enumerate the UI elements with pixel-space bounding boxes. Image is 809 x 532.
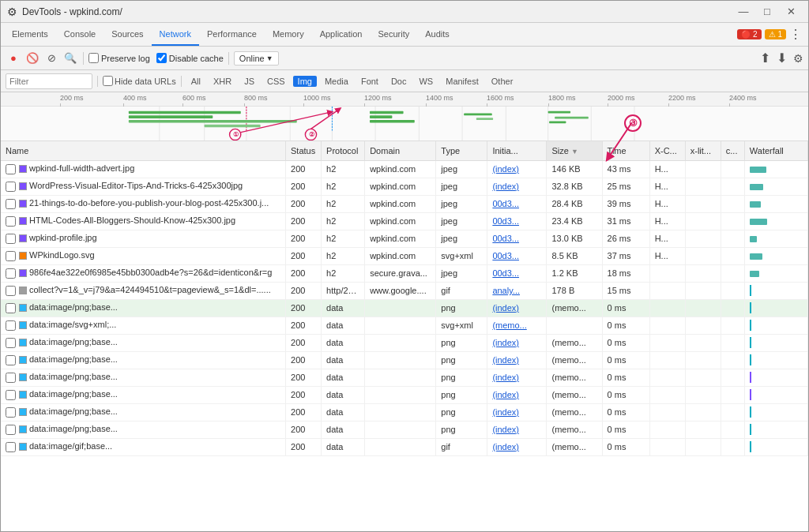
table-row[interactable]: data:image/png;base...200datapng(index)(… (1, 334, 808, 351)
col-header-c[interactable]: c... (721, 141, 744, 160)
row-checkbox[interactable] (6, 425, 16, 435)
tab-elements[interactable]: Elements (4, 23, 56, 46)
filter-xhr[interactable]: XHR (209, 76, 236, 87)
tab-network[interactable]: Network (152, 23, 199, 46)
maximize-button[interactable]: □ (756, 4, 778, 20)
col-header-xlit[interactable]: x-lit... (685, 141, 721, 160)
table-row[interactable]: data:image/png;base...200datapng(index)(… (1, 369, 808, 386)
initiator-link[interactable]: (index) (492, 338, 519, 347)
devtools-more-button[interactable]: ⋮ (789, 27, 802, 42)
col-header-initiator[interactable]: Initia... (487, 141, 547, 160)
filter-input[interactable] (6, 73, 92, 89)
tab-security[interactable]: Security (370, 23, 417, 46)
throttle-dropdown[interactable]: Online ▼ (234, 51, 279, 66)
row-checkbox[interactable] (6, 199, 16, 209)
table-row[interactable]: data:image/gif;base...200datagif(index)(… (1, 438, 808, 455)
tab-sources[interactable]: Sources (103, 23, 151, 46)
filter-manifest[interactable]: Manifest (441, 76, 484, 87)
row-checkbox[interactable] (6, 303, 16, 313)
col-header-xc[interactable]: X-C... (649, 141, 685, 160)
record-button[interactable]: ● (6, 51, 21, 66)
table-row[interactable]: data:image/png;base...200datapng(index)(… (1, 386, 808, 403)
tab-audits[interactable]: Audits (417, 23, 457, 46)
filter-img[interactable]: Img (293, 76, 317, 87)
row-checkbox[interactable] (6, 216, 16, 227)
filter-font[interactable]: Font (356, 76, 383, 87)
table-row[interactable]: data:image/png;base...200datapng(index)(… (1, 421, 808, 438)
table-row[interactable]: data:image/svg+xml;...200datasvg+xml(mem… (1, 317, 808, 334)
initiator-link[interactable]: analy... (492, 286, 520, 295)
initiator-link[interactable]: (index) (492, 373, 519, 382)
preserve-log-checkbox[interactable] (88, 53, 99, 63)
row-checkbox[interactable] (6, 442, 16, 452)
settings-button[interactable]: ⚙ (793, 52, 803, 65)
filter-doc[interactable]: Doc (386, 76, 412, 87)
initiator-link[interactable]: 00d3... (492, 216, 519, 226)
table-row[interactable]: wpkind-profile.jpg200h2wpkind.comjpeg00d… (1, 230, 808, 247)
row-checkbox[interactable] (6, 286, 16, 296)
clear-button[interactable]: 🚫 (24, 51, 40, 66)
col-header-waterfall[interactable]: Waterfall (744, 141, 807, 160)
export-button[interactable]: ⬇ (777, 51, 787, 66)
table-row[interactable]: data:image/png;base...200datapng(index)(… (1, 351, 808, 369)
col-header-size[interactable]: Size ▼ (547, 141, 602, 160)
initiator-link[interactable]: (index) (492, 355, 519, 365)
initiator-link[interactable]: 00d3... (492, 251, 519, 260)
initiator-link[interactable]: 00d3... (492, 268, 519, 278)
row-checkbox[interactable] (6, 182, 16, 192)
tab-console[interactable]: Console (56, 23, 103, 46)
col-header-protocol[interactable]: Protocol (322, 141, 365, 160)
minimize-button[interactable]: — (732, 4, 754, 20)
row-checkbox[interactable] (6, 268, 16, 279)
table-row[interactable]: 986fe4ae322e0f6985e45bb0300adb4e?s=26&d=… (1, 264, 808, 282)
tab-application[interactable]: Application (312, 23, 371, 46)
preserve-log-label[interactable]: Preserve log (88, 53, 150, 63)
row-checkbox[interactable] (6, 373, 16, 383)
col-header-name[interactable]: Name (1, 141, 286, 160)
close-button[interactable]: ✕ (780, 4, 802, 20)
table-row[interactable]: 21-things-to-do-before-you-publish-your-… (1, 195, 808, 212)
row-checkbox[interactable] (6, 320, 16, 331)
col-header-type[interactable]: Type (436, 141, 487, 160)
initiator-link[interactable]: (index) (492, 390, 519, 399)
disable-cache-checkbox[interactable] (156, 53, 167, 63)
filter-all[interactable]: All (186, 76, 205, 87)
row-checkbox[interactable] (6, 251, 16, 261)
col-header-status[interactable]: Status (286, 141, 322, 160)
initiator-link[interactable]: (index) (492, 164, 519, 174)
table-row[interactable]: data:image/png;base...200datapng(index)(… (1, 403, 808, 421)
hide-data-urls-label[interactable]: Hide data URLs (103, 76, 176, 86)
table-row[interactable]: HTML-Codes-All-Bloggers-Should-Know-425x… (1, 212, 808, 230)
import-button[interactable]: ⬆ (760, 51, 770, 66)
col-header-domain[interactable]: Domain (365, 141, 436, 160)
initiator-link[interactable]: 00d3... (492, 234, 519, 243)
initiator-link[interactable]: (index) (492, 425, 519, 434)
col-header-time[interactable]: Time (602, 141, 649, 160)
initiator-link[interactable]: (index) (492, 407, 519, 417)
initiator-link[interactable]: (index) (492, 182, 519, 191)
table-row[interactable]: WPkindLogo.svg200h2wpkind.comsvg+xml00d3… (1, 247, 808, 264)
row-checkbox[interactable] (6, 338, 16, 348)
filter-other[interactable]: Other (487, 76, 518, 87)
search-button[interactable]: 🔍 (62, 51, 78, 66)
initiator-link[interactable]: (memo... (492, 320, 526, 330)
initiator-link[interactable]: (index) (492, 303, 519, 313)
filter-js[interactable]: JS (239, 76, 259, 87)
table-row[interactable]: data:image/png;base...200datapng(index)(… (1, 299, 808, 317)
filter-media[interactable]: Media (320, 76, 353, 87)
hide-data-urls-checkbox[interactable] (103, 76, 113, 86)
filter-ws[interactable]: WS (414, 76, 438, 87)
row-checkbox[interactable] (6, 390, 16, 400)
row-checkbox[interactable] (6, 355, 16, 365)
row-checkbox[interactable] (6, 234, 16, 244)
tab-performance[interactable]: Performance (199, 23, 265, 46)
filter-css[interactable]: CSS (262, 76, 290, 87)
disable-cache-label[interactable]: Disable cache (156, 53, 224, 63)
row-checkbox[interactable] (6, 164, 16, 174)
table-row[interactable]: wpkind-full-width-advert.jpg200h2wpkind.… (1, 160, 808, 178)
initiator-link[interactable]: (index) (492, 442, 519, 451)
table-row[interactable]: WordPress-Visual-Editor-Tips-And-Tricks-… (1, 178, 808, 195)
table-row[interactable]: collect?v=1&_v=j79&a=424494510&t=pagevie… (1, 282, 808, 299)
filter-toggle-button[interactable]: ⊘ (43, 51, 59, 66)
network-table[interactable]: Name Status Protocol Domain Type Initia.… (1, 141, 808, 532)
